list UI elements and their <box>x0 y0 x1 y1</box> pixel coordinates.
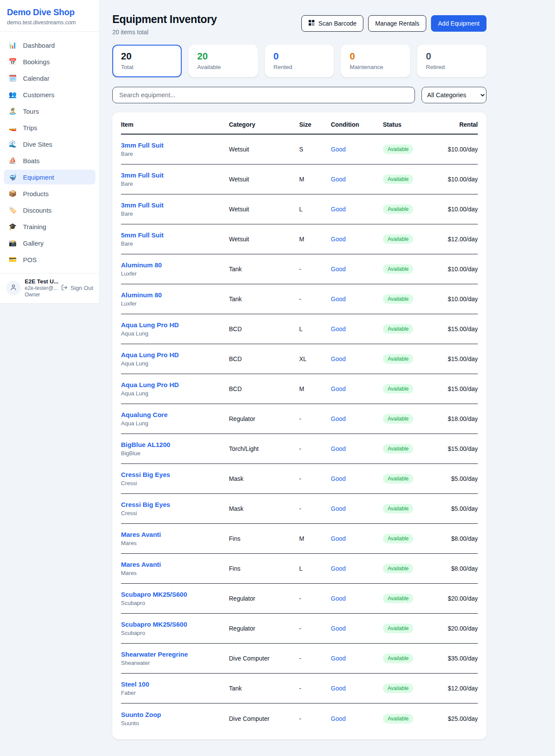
condition-link[interactable]: Good <box>331 325 383 332</box>
category-select[interactable]: All Categories <box>421 87 486 103</box>
condition-link[interactable]: Good <box>331 565 383 572</box>
category-cell: Dive Computer <box>229 715 299 722</box>
status-badge: Available <box>383 444 413 454</box>
condition-link[interactable]: Good <box>331 655 383 662</box>
item-name-link[interactable]: 3mm Full Suit <box>121 141 163 149</box>
condition-link[interactable]: Good <box>331 176 383 183</box>
status-badge: Available <box>383 324 413 334</box>
sidebar-item-label: Training <box>23 223 46 230</box>
condition-link[interactable]: Good <box>331 685 383 692</box>
item-name-link[interactable]: Aluminum 80 <box>121 261 162 269</box>
size-cell: - <box>299 625 331 632</box>
item-name-link[interactable]: Scubapro MK25/S600 <box>121 621 187 628</box>
diving-mask-icon: 🤿 <box>8 173 17 181</box>
item-name-link[interactable]: Aqua Lung Pro HD <box>121 321 179 329</box>
item-name-link[interactable]: Scubapro MK25/S600 <box>121 591 187 598</box>
sidebar-item-training[interactable]: 🎓Training <box>4 219 95 234</box>
sidebar-item-gallery[interactable]: 📸Gallery <box>4 236 95 250</box>
item-name-link[interactable]: 3mm Full Suit <box>121 201 163 209</box>
condition-link[interactable]: Good <box>331 715 383 722</box>
sidebar-item-dive-sites[interactable]: 🌊Dive Sites <box>4 137 95 151</box>
condition-link[interactable]: Good <box>331 475 383 482</box>
sidebar-item-equipment[interactable]: 🤿Equipment <box>4 170 95 184</box>
condition-link[interactable]: Good <box>331 595 383 602</box>
condition-link[interactable]: Good <box>331 445 383 452</box>
table-row: Aluminum 80LuxferTank-GoodAvailable$10.0… <box>121 254 478 284</box>
table-row: Shearwater PeregrineShearwaterDive Compu… <box>121 644 478 674</box>
item-name-link[interactable]: Aluminum 80 <box>121 291 162 299</box>
manage-rentals-button[interactable]: Manage Rentals <box>368 15 426 32</box>
item-brand: Aqua Lung <box>121 390 229 397</box>
search-input[interactable] <box>112 87 415 103</box>
sidebar-item-tours[interactable]: 🏝️Tours <box>4 104 95 118</box>
condition-link[interactable]: Good <box>331 385 383 392</box>
item-name-link[interactable]: Steel 100 <box>121 680 149 688</box>
item-cell: 3mm Full SuitBare <box>121 171 229 187</box>
sidebar-item-calendar[interactable]: 🗓️Calendar <box>4 71 95 85</box>
category-cell: Tank <box>229 266 299 273</box>
condition-link[interactable]: Good <box>331 505 383 512</box>
condition-link[interactable]: Good <box>331 535 383 542</box>
item-cell: 3mm Full SuitBare <box>121 141 229 157</box>
stat-card-total[interactable]: 20Total <box>112 45 182 77</box>
category-cell: BCD <box>229 325 299 332</box>
table-row: Cressi Big EyesCressiMask-GoodAvailable$… <box>121 464 478 494</box>
stat-card-maintenance[interactable]: 0Maintenance <box>341 45 410 77</box>
status-badge: Available <box>383 384 413 394</box>
item-name-link[interactable]: Aqua Lung Pro HD <box>121 381 179 388</box>
sidebar-item-discounts[interactable]: 🏷️Discounts <box>4 203 95 217</box>
scan-barcode-button[interactable]: Scan Barcode <box>301 15 363 32</box>
condition-link[interactable]: Good <box>331 296 383 302</box>
person-icon <box>10 283 17 293</box>
add-equipment-button[interactable]: Add Equipment <box>431 15 486 32</box>
item-name-link[interactable]: BigBlue AL1200 <box>121 441 170 448</box>
table-row: Scubapro MK25/S600ScubaproRegulator-Good… <box>121 584 478 614</box>
condition-link[interactable]: Good <box>331 355 383 362</box>
item-name-link[interactable]: Shearwater Peregrine <box>121 651 188 658</box>
status-cell: Available <box>383 444 447 454</box>
sign-out-button[interactable]: Sign Out <box>61 284 93 292</box>
calendar-icon: 📅 <box>8 58 17 66</box>
stat-card-rented[interactable]: 0Rented <box>265 45 334 77</box>
sidebar-item-pos[interactable]: 💳POS <box>4 252 95 267</box>
sidebar-item-label: Trips <box>23 124 37 131</box>
item-name-link[interactable]: Cressi Big Eyes <box>121 501 170 508</box>
item-name-link[interactable]: 5mm Full Suit <box>121 231 163 239</box>
size-cell: M <box>299 385 331 392</box>
item-name-link[interactable]: Aqua Lung Pro HD <box>121 351 179 358</box>
item-name-link[interactable]: Suunto Zoop <box>121 711 161 718</box>
condition-link[interactable]: Good <box>331 236 383 243</box>
sidebar-item-boats[interactable]: ⛵Boats <box>4 153 95 168</box>
status-badge: Available <box>383 624 413 633</box>
item-name-link[interactable]: Mares Avanti <box>121 531 161 538</box>
size-cell: S <box>299 146 331 153</box>
stat-card-available[interactable]: 20Available <box>189 45 258 77</box>
condition-link[interactable]: Good <box>331 625 383 632</box>
table-row: Steel 100FaberTank-GoodAvailable$12.00/d… <box>121 674 478 703</box>
item-name-link[interactable]: Mares Avanti <box>121 561 161 568</box>
item-name-link[interactable]: 3mm Full Suit <box>121 171 163 179</box>
size-cell: M <box>299 176 331 183</box>
item-name-link[interactable]: Aqualung Core <box>121 411 168 418</box>
condition-link[interactable]: Good <box>331 206 383 213</box>
item-cell: Cressi Big EyesCressi <box>121 471 229 486</box>
item-cell: Aqua Lung Pro HDAqua Lung <box>121 381 229 397</box>
size-cell: - <box>299 415 331 422</box>
sidebar-item-trips[interactable]: 🚤Trips <box>4 120 95 135</box>
condition-link[interactable]: Good <box>331 415 383 422</box>
sidebar-item-products[interactable]: 📦Products <box>4 186 95 201</box>
status-cell: Available <box>383 414 447 424</box>
condition-link[interactable]: Good <box>331 266 383 273</box>
stat-card-retired[interactable]: 0Retired <box>417 45 486 77</box>
item-brand: Mares <box>121 570 229 576</box>
item-name-link[interactable]: Cressi Big Eyes <box>121 471 170 478</box>
condition-link[interactable]: Good <box>331 146 383 153</box>
sidebar-item-dashboard[interactable]: 📊Dashboard <box>4 38 95 53</box>
table-row: Aqua Lung Pro HDAqua LungBCDXLGoodAvaila… <box>121 344 478 374</box>
status-badge: Available <box>383 714 413 723</box>
category-cell: Regulator <box>229 625 299 632</box>
stat-label: Total <box>121 64 173 70</box>
sidebar-item-bookings[interactable]: 📅Bookings <box>4 54 95 69</box>
sidebar-item-customers[interactable]: 👥Customers <box>4 87 95 102</box>
stat-label: Maintenance <box>349 64 402 70</box>
